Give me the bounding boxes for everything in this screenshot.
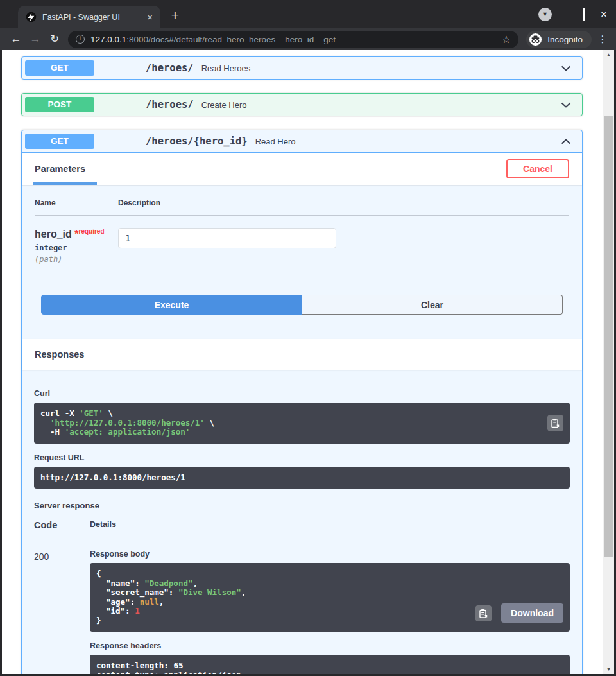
opblock-summary-post-heroes[interactable]: POST /heroes/ Create Hero [22, 94, 582, 116]
opblock-get-heroes: GET /heroes/ Read Heroes [21, 56, 583, 80]
maximize-button[interactable] [583, 9, 585, 21]
op-summary-text: Read Hero [255, 137, 561, 146]
parameters-tab-underline [33, 182, 97, 185]
responses-inner: Curl curl -X 'GET' \ 'http://127.0.0.1:8… [22, 370, 582, 674]
browser-update-caret-icon[interactable]: ▼ [538, 8, 552, 21]
scrollbar-thumb[interactable] [604, 116, 613, 557]
method-badge-get: GET [25, 60, 94, 76]
tab-parameters[interactable]: Parameters [35, 164, 85, 174]
scroll-up-icon[interactable]: ▲ [603, 52, 614, 58]
browser-menu-icon[interactable]: ⋮ [595, 33, 610, 45]
param-location: (path) [35, 255, 118, 264]
clipboard-icon [551, 419, 560, 428]
curl-label: Curl [34, 389, 570, 398]
chevron-down-icon[interactable] [561, 102, 571, 108]
download-button[interactable]: Download [501, 603, 563, 623]
close-window-button[interactable]: × [601, 9, 607, 20]
url-host: 127.0.0.1 [90, 35, 126, 44]
column-header-code: Code [34, 520, 90, 530]
incognito-spy-icon [529, 33, 542, 46]
op-path: /heroes/ [146, 99, 194, 110]
response-row-200: 200 Response body { "name": "Deadpond", … [34, 537, 570, 674]
hero-id-input[interactable] [118, 228, 336, 248]
clipboard-icon [479, 609, 488, 618]
copy-curl-button[interactable] [547, 415, 563, 431]
response-body-block: { "name": "Deadpond", "secret_name": "Di… [90, 563, 570, 632]
swagger-page: GET /heroes/ Read Heroes POST /heroes/ C… [2, 50, 614, 674]
table-row: hero_id *required integer (path) [35, 216, 569, 270]
server-response-title: Server response [34, 501, 570, 510]
response-headers-block: content-length: 65 content-type: applica… [90, 655, 570, 674]
incognito-badge: Incognito [526, 31, 592, 48]
parameters-section-header: Parameters Cancel [22, 153, 582, 185]
chevron-up-icon[interactable] [561, 139, 571, 144]
response-body-label: Response body [90, 550, 570, 559]
response-table-header: Code Details [34, 520, 570, 537]
responses-section-header: Responses [22, 339, 582, 370]
parameters-table: Name Description hero_id *required integ… [22, 185, 582, 270]
clear-button[interactable]: Clear [302, 295, 563, 315]
column-header-description: Description [118, 198, 160, 207]
cancel-button[interactable]: Cancel [506, 159, 569, 178]
column-header-name: Name [35, 198, 118, 207]
bookmark-star-icon[interactable]: ☆ [502, 33, 511, 46]
forward-icon[interactable]: → [26, 30, 45, 49]
browser-window: FastAPI - Swagger UI × + ▼ × ← → ↻ i 127… [0, 0, 616, 676]
browser-tab[interactable]: FastAPI - Swagger UI × [18, 6, 160, 28]
opblock-summary-get-heroes[interactable]: GET /heroes/ Read Heroes [22, 57, 582, 79]
param-type: integer [35, 243, 118, 252]
op-summary-text: Create Hero [201, 100, 561, 110]
opblock-get-hero-id: GET /heroes/{hero_id} Read Hero Paramete… [21, 130, 583, 674]
op-summary-text: Read Heroes [201, 64, 561, 73]
site-info-icon[interactable]: i [76, 35, 85, 44]
reload-icon[interactable]: ↻ [45, 30, 64, 49]
opblock-summary-get-hero-id[interactable]: GET /heroes/{hero_id} Read Hero [22, 130, 582, 153]
responses-title: Responses [35, 349, 84, 360]
browser-titlebar: FastAPI - Swagger UI × + ▼ × [0, 0, 616, 28]
opblock-post-heroes: POST /heroes/ Create Hero [21, 93, 583, 116]
page-scrollbar[interactable]: ▲ ▼ [603, 50, 614, 674]
tab-close-icon[interactable]: × [144, 11, 155, 23]
incognito-label: Incognito [547, 35, 583, 44]
fastapi-favicon-icon [26, 12, 37, 22]
browser-toolbar: ← → ↻ i 127.0.0.1 :8000/docs#/default/re… [0, 28, 616, 50]
copy-response-button[interactable] [475, 605, 492, 621]
back-icon[interactable]: ← [6, 30, 26, 49]
tab-title: FastAPI - Swagger UI [42, 13, 144, 22]
request-url-block: http://127.0.0.1:8000/heroes/1 [34, 467, 570, 489]
execute-row: Execute Clear [22, 270, 582, 339]
request-url-label: Request URL [34, 453, 570, 462]
method-badge-post: POST [25, 97, 94, 112]
op-path: /heroes/ [146, 62, 194, 74]
required-label: required [78, 228, 104, 235]
chevron-down-icon[interactable] [561, 65, 571, 71]
method-badge-get: GET [25, 134, 94, 149]
window-controls: ▼ × [538, 8, 607, 21]
column-header-details: Details [90, 520, 116, 530]
op-path: /heroes/{hero_id} [146, 135, 248, 147]
execute-button[interactable]: Execute [41, 295, 302, 315]
status-code: 200 [34, 550, 90, 674]
new-tab-button[interactable]: + [167, 8, 184, 23]
url-path: :8000/docs#/default/read_hero_heroes__he… [126, 35, 497, 44]
url-bar[interactable]: i 127.0.0.1 :8000/docs#/default/read_her… [68, 31, 518, 48]
scroll-down-icon[interactable]: ▼ [603, 666, 614, 672]
curl-code-block: curl -X 'GET' \ 'http://127.0.0.1:8000/h… [34, 403, 570, 444]
param-name: hero_id *required [35, 228, 118, 240]
response-headers-label: Response headers [90, 641, 570, 650]
